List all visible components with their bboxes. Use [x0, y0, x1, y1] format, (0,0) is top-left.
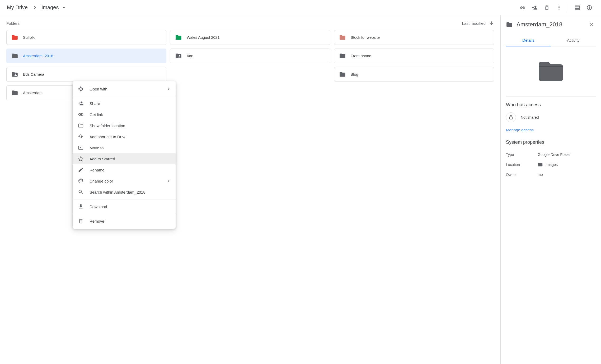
- link-icon: [78, 112, 84, 117]
- details-tabs: Details Activity: [506, 34, 596, 46]
- menu-label: Rename: [90, 168, 105, 172]
- chevron-right-icon: [166, 178, 171, 184]
- access-title: Who has access: [506, 102, 596, 108]
- folder-card[interactable]: Suffolk: [6, 30, 166, 45]
- folder-name: Wales August 2021: [187, 35, 219, 40]
- folder-card[interactable]: Blog: [334, 67, 494, 82]
- delete-button[interactable]: [542, 2, 552, 13]
- prop-location: Location Images: [506, 159, 596, 170]
- open-with-icon: [78, 86, 84, 92]
- menu-label: Search within Amsterdam_2018: [90, 190, 145, 194]
- share-button[interactable]: [529, 2, 540, 13]
- menu-get-link[interactable]: Get link: [73, 109, 176, 120]
- folder-icon: [11, 52, 18, 59]
- folder-shared-icon: [175, 52, 182, 59]
- menu-add-shortcut[interactable]: Add shortcut to Drive: [73, 131, 176, 142]
- delete-icon: [78, 218, 84, 224]
- palette-icon: [78, 178, 84, 184]
- tab-details[interactable]: Details: [506, 34, 551, 46]
- menu-add-starred[interactable]: Add to Starred: [73, 153, 176, 164]
- lock-icon: [506, 112, 516, 122]
- menu-share[interactable]: Share: [73, 98, 176, 109]
- folders-section-title: Folders: [6, 21, 20, 26]
- menu-label: Share: [90, 101, 100, 106]
- system-props-title: System properties: [506, 140, 596, 145]
- download-icon: [78, 204, 84, 209]
- manage-access-link[interactable]: Manage access: [506, 128, 534, 132]
- menu-label: Add to Starred: [90, 157, 115, 161]
- rename-icon: [78, 167, 84, 173]
- folder-name: Stock for website: [351, 35, 380, 40]
- top-actions: [517, 2, 595, 13]
- folder-name: Amsterdam_2018: [23, 54, 53, 58]
- folder-name: Suffolk: [23, 35, 35, 40]
- tab-activity[interactable]: Activity: [551, 34, 596, 46]
- prop-owner: Owner me: [506, 170, 596, 179]
- menu-label: Remove: [90, 219, 104, 223]
- folder-card[interactable]: Wales August 2021: [170, 30, 330, 45]
- menu-label: Add shortcut to Drive: [90, 135, 126, 139]
- info-button[interactable]: [584, 2, 595, 13]
- folder-name: Eds Camera: [23, 72, 44, 76]
- menu-rename[interactable]: Rename: [73, 164, 176, 175]
- folder-card[interactable]: Van: [170, 49, 330, 63]
- menu-move-to[interactable]: Move to: [73, 142, 176, 153]
- prop-value[interactable]: Images: [538, 162, 558, 167]
- folder-card[interactable]: Eds Camera: [6, 67, 166, 82]
- folder-icon: [538, 162, 543, 167]
- folder-name: Van: [187, 54, 193, 58]
- menu-change-color[interactable]: Change color: [73, 175, 176, 186]
- prop-label: Owner: [506, 173, 538, 177]
- sort-label: Last modified: [462, 21, 486, 26]
- folder-name: Amsterdam: [23, 91, 43, 95]
- folder-icon: [11, 89, 18, 96]
- move-to-icon: [78, 145, 84, 151]
- svg-rect-1: [575, 7, 580, 8]
- details-header: Amsterdam_2018: [506, 20, 596, 29]
- menu-label: Open with: [90, 87, 107, 91]
- folder-icon: [506, 21, 513, 28]
- chevron-right-icon: [32, 5, 38, 11]
- details-title: Amsterdam_2018: [517, 21, 583, 28]
- location-name: Images: [546, 162, 558, 167]
- menu-open-with[interactable]: Open with: [73, 83, 176, 94]
- folder-icon: [11, 34, 18, 41]
- list-view-button[interactable]: [572, 2, 583, 13]
- get-link-button[interactable]: [517, 2, 528, 13]
- prop-label: Location: [506, 162, 538, 167]
- menu-search-within[interactable]: Search within Amsterdam_2018: [73, 186, 176, 198]
- dropdown-icon: [61, 5, 67, 10]
- folder-card[interactable]: Amsterdam_2018: [6, 49, 166, 63]
- arrow-down-icon: [489, 21, 494, 26]
- access-section: Who has access Not shared Manage access …: [506, 102, 596, 179]
- menu-download[interactable]: Download: [73, 201, 176, 212]
- folder-large-icon: [532, 57, 569, 86]
- top-bar: My Drive Images: [0, 0, 601, 15]
- main: Folders Last modified SuffolkWales Augus…: [0, 15, 601, 364]
- sort-button[interactable]: Last modified: [462, 21, 494, 26]
- access-status: Not shared: [506, 112, 596, 122]
- more-actions-button[interactable]: [554, 2, 564, 13]
- prop-value: me: [538, 173, 543, 177]
- folder-card[interactable]: From phone: [334, 49, 494, 63]
- svg-rect-0: [575, 6, 580, 7]
- content-area: Folders Last modified SuffolkWales Augus…: [0, 15, 501, 364]
- star-icon: [78, 156, 84, 162]
- menu-label: Show folder location: [90, 123, 125, 128]
- menu-label: Get link: [90, 112, 103, 117]
- divider: [568, 3, 568, 12]
- menu-label: Download: [90, 204, 107, 209]
- folder-card[interactable]: Stock for website: [334, 30, 494, 45]
- breadcrumb-root[interactable]: My Drive: [6, 3, 28, 12]
- folder-outline-icon: [78, 123, 84, 128]
- folder-name: From phone: [351, 54, 371, 58]
- folder-icon: [339, 52, 346, 59]
- breadcrumb-current[interactable]: Images: [41, 4, 67, 11]
- svg-rect-2: [575, 8, 580, 9]
- menu-remove[interactable]: Remove: [73, 215, 176, 227]
- folder-name: Blog: [351, 72, 358, 76]
- close-button[interactable]: [587, 20, 596, 29]
- menu-show-location[interactable]: Show folder location: [73, 120, 176, 131]
- breadcrumb: My Drive Images: [6, 3, 67, 12]
- section-header: Folders Last modified: [6, 21, 494, 26]
